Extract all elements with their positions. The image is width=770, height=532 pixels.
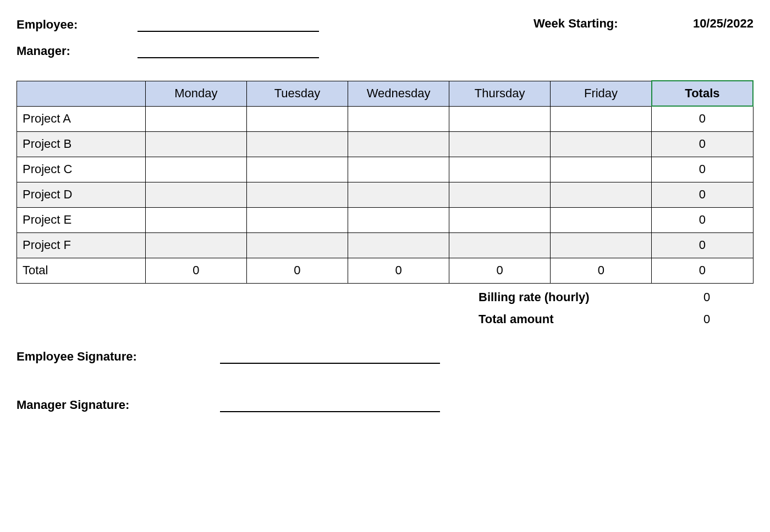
manager-input-line[interactable] bbox=[138, 43, 319, 58]
hours-cell[interactable] bbox=[145, 106, 246, 131]
header-totals: Totals bbox=[652, 81, 753, 106]
row-total-cell: 0 bbox=[652, 131, 753, 157]
row-total-cell: 0 bbox=[652, 207, 753, 232]
row-total-cell: 0 bbox=[652, 157, 753, 182]
hours-cell[interactable] bbox=[246, 157, 348, 182]
hours-cell[interactable] bbox=[449, 207, 551, 232]
table-row: Project A 0 bbox=[17, 106, 754, 131]
total-row-label: Total bbox=[17, 258, 146, 283]
employee-signature-label: Employee Signature: bbox=[16, 350, 220, 364]
hours-cell[interactable] bbox=[449, 131, 551, 157]
hours-cell[interactable] bbox=[551, 131, 652, 157]
table-row: Project D 0 bbox=[17, 182, 754, 207]
hours-cell[interactable] bbox=[145, 157, 246, 182]
employee-signature-line[interactable] bbox=[220, 348, 440, 364]
header-day-friday: Friday bbox=[551, 81, 652, 106]
header-day-wednesday: Wednesday bbox=[348, 81, 449, 106]
manager-field: Manager: bbox=[16, 43, 319, 58]
hours-cell[interactable] bbox=[449, 157, 551, 182]
hours-cell[interactable] bbox=[246, 207, 348, 232]
column-total-cell: 0 bbox=[348, 258, 449, 283]
billing-rate-value[interactable]: 0 bbox=[660, 290, 754, 304]
total-amount-value: 0 bbox=[660, 312, 754, 326]
hours-cell[interactable] bbox=[551, 157, 652, 182]
hours-cell[interactable] bbox=[551, 182, 652, 207]
table-row: Project E 0 bbox=[17, 207, 754, 232]
column-total-cell: 0 bbox=[246, 258, 348, 283]
total-amount-label: Total amount bbox=[479, 312, 660, 326]
row-total-cell: 0 bbox=[652, 182, 753, 207]
employee-input-line[interactable] bbox=[138, 16, 319, 32]
employee-signature-row: Employee Signature: bbox=[16, 348, 754, 364]
hours-cell[interactable] bbox=[449, 182, 551, 207]
table-row: Project C 0 bbox=[17, 157, 754, 182]
project-name-cell: Project F bbox=[17, 232, 146, 258]
hours-cell[interactable] bbox=[348, 131, 449, 157]
manager-label: Manager: bbox=[16, 44, 138, 58]
hours-cell[interactable] bbox=[145, 207, 246, 232]
manager-signature-line[interactable] bbox=[220, 397, 440, 412]
column-total-cell: 0 bbox=[145, 258, 246, 283]
week-starting-label: Week Starting: bbox=[534, 16, 676, 31]
hours-cell[interactable] bbox=[348, 207, 449, 232]
hours-cell[interactable] bbox=[551, 106, 652, 131]
row-total-cell: 0 bbox=[652, 232, 753, 258]
hours-cell[interactable] bbox=[246, 182, 348, 207]
table-row: Project F 0 bbox=[17, 232, 754, 258]
column-total-cell: 0 bbox=[449, 258, 551, 283]
hours-cell[interactable] bbox=[145, 131, 246, 157]
employee-label: Employee: bbox=[16, 18, 138, 32]
project-name-cell: Project E bbox=[17, 207, 146, 232]
hours-cell[interactable] bbox=[145, 232, 246, 258]
hours-cell[interactable] bbox=[551, 232, 652, 258]
week-starting-field: Week Starting: 10/25/2022 bbox=[534, 16, 754, 31]
hours-cell[interactable] bbox=[449, 106, 551, 131]
header-empty-cell bbox=[17, 81, 146, 106]
summary-grid: Billing rate (hourly) 0 Total amount 0 bbox=[479, 290, 754, 326]
project-name-cell: Project C bbox=[17, 157, 146, 182]
hours-cell[interactable] bbox=[551, 207, 652, 232]
table-header-row: Monday Tuesday Wednesday Thursday Friday… bbox=[17, 81, 754, 106]
header-day-monday: Monday bbox=[145, 81, 246, 106]
hours-cell[interactable] bbox=[348, 157, 449, 182]
header-section: Employee: Manager: Week Starting: 10/25/… bbox=[16, 16, 754, 58]
header-day-tuesday: Tuesday bbox=[246, 81, 348, 106]
hours-cell[interactable] bbox=[348, 232, 449, 258]
header-day-thursday: Thursday bbox=[449, 81, 551, 106]
header-left: Employee: Manager: bbox=[16, 16, 319, 58]
header-right: Week Starting: 10/25/2022 bbox=[534, 16, 754, 58]
employee-field: Employee: bbox=[16, 16, 319, 32]
billing-rate-label: Billing rate (hourly) bbox=[479, 290, 660, 304]
hours-cell[interactable] bbox=[348, 182, 449, 207]
signature-section: Employee Signature: Manager Signature: bbox=[16, 348, 754, 412]
table-row: Project B 0 bbox=[17, 131, 754, 157]
project-name-cell: Project B bbox=[17, 131, 146, 157]
hours-cell[interactable] bbox=[145, 182, 246, 207]
row-total-cell: 0 bbox=[652, 106, 753, 131]
project-name-cell: Project D bbox=[17, 182, 146, 207]
summary-section: Billing rate (hourly) 0 Total amount 0 bbox=[16, 290, 754, 326]
timesheet-table: Monday Tuesday Wednesday Thursday Friday… bbox=[16, 80, 754, 284]
project-name-cell: Project A bbox=[17, 106, 146, 131]
hours-cell[interactable] bbox=[348, 106, 449, 131]
grand-total-cell: 0 bbox=[652, 258, 753, 283]
table-total-row: Total 0 0 0 0 0 0 bbox=[17, 258, 754, 283]
hours-cell[interactable] bbox=[246, 106, 348, 131]
column-total-cell: 0 bbox=[551, 258, 652, 283]
hours-cell[interactable] bbox=[246, 131, 348, 157]
hours-cell[interactable] bbox=[246, 232, 348, 258]
week-starting-value: 10/25/2022 bbox=[676, 16, 754, 31]
manager-signature-label: Manager Signature: bbox=[16, 398, 220, 412]
manager-signature-row: Manager Signature: bbox=[16, 397, 754, 412]
hours-cell[interactable] bbox=[449, 232, 551, 258]
